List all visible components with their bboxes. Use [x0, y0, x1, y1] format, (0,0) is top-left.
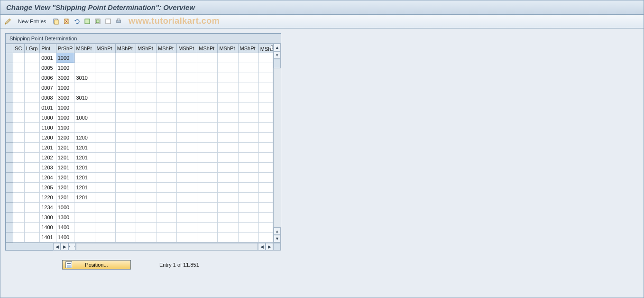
row-selector[interactable] [6, 193, 13, 203]
cell-mshpt[interactable] [95, 93, 115, 103]
cell-mshpt[interactable] [258, 123, 273, 133]
cell-sc[interactable] [13, 63, 25, 73]
cell-plnt[interactable]: 1203 [40, 163, 56, 173]
cell-mshpt[interactable] [258, 83, 273, 93]
horizontal-scrollbar[interactable]: ◀ ▶ ⋮⋮ ◀ ▶ [6, 242, 281, 250]
cell-mshpt[interactable] [218, 183, 238, 193]
cell-mshpt[interactable] [258, 53, 273, 63]
cell-mshpt[interactable] [95, 113, 115, 123]
cell-prshp[interactable]: 1200 [56, 133, 74, 143]
cell-mshpt[interactable] [197, 73, 218, 83]
cell-mshpt[interactable] [115, 143, 136, 153]
position-button[interactable]: Position... [62, 260, 131, 270]
cell-mshpt[interactable] [238, 113, 258, 123]
cell-mshpt[interactable] [136, 113, 156, 123]
cell-sc[interactable] [13, 173, 25, 183]
cell-mshpt[interactable] [156, 183, 177, 193]
cell-mshpt[interactable] [177, 73, 197, 83]
cell-sc[interactable] [13, 123, 25, 133]
cell-mshpt[interactable] [95, 123, 115, 133]
cell-mshpt[interactable] [115, 123, 136, 133]
cell-mshpt[interactable]: 3010 [74, 73, 95, 83]
col-mshpt[interactable]: MShPt [177, 44, 197, 53]
cell-plnt[interactable]: 1200 [40, 133, 56, 143]
cell-mshpt[interactable] [74, 213, 95, 223]
cell-mshpt[interactable] [197, 213, 218, 223]
cell-mshpt[interactable] [197, 63, 218, 73]
cell-mshpt[interactable] [218, 63, 238, 73]
change-display-icon[interactable] [4, 18, 12, 25]
cell-mshpt[interactable] [258, 223, 273, 233]
cell-mshpt[interactable] [238, 173, 258, 183]
cell-mshpt[interactable] [218, 73, 238, 83]
cell-mshpt[interactable] [136, 53, 156, 63]
cell-plnt[interactable]: 1202 [40, 153, 56, 163]
col-mshpt[interactable]: MShPt [74, 44, 95, 53]
cell-sc[interactable] [13, 73, 25, 83]
cell-lgrp[interactable] [24, 123, 39, 133]
cell-mshpt[interactable] [238, 123, 258, 133]
cell-mshpt[interactable] [177, 203, 197, 213]
cell-mshpt[interactable] [156, 123, 177, 133]
cell-mshpt[interactable] [74, 53, 95, 63]
cell-mshpt[interactable] [156, 53, 177, 63]
cell-lgrp[interactable] [24, 153, 39, 163]
cell-mshpt[interactable] [136, 143, 156, 153]
cell-mshpt[interactable] [177, 193, 197, 203]
cell-mshpt[interactable] [197, 133, 218, 143]
cell-plnt[interactable]: 0006 [40, 73, 56, 83]
cell-mshpt[interactable] [95, 233, 115, 242]
cell-prshp[interactable]: 3000 [56, 73, 74, 83]
cell-mshpt[interactable] [258, 213, 273, 223]
cell-mshpt[interactable] [74, 123, 95, 133]
col-mshpt[interactable]: MShPt [136, 44, 156, 53]
cell-mshpt[interactable] [95, 193, 115, 203]
cell-mshpt[interactable] [177, 123, 197, 133]
cell-mshpt[interactable] [156, 113, 177, 123]
row-selector[interactable] [6, 103, 13, 113]
cell-mshpt[interactable] [177, 183, 197, 193]
cell-mshpt[interactable] [177, 153, 197, 163]
cell-sc[interactable] [13, 53, 25, 63]
cell-mshpt[interactable] [197, 123, 218, 133]
cell-mshpt[interactable] [238, 53, 258, 63]
cell-mshpt[interactable] [177, 113, 197, 123]
cell-prshp[interactable]: 1400 [56, 233, 74, 242]
cell-mshpt[interactable] [136, 83, 156, 93]
cell-prshp[interactable]: 1201 [56, 173, 74, 183]
cell-mshpt[interactable] [156, 173, 177, 183]
cell-sc[interactable] [13, 183, 25, 193]
cell-sc[interactable] [13, 233, 25, 242]
cell-mshpt[interactable] [74, 203, 95, 213]
cell-prshp[interactable]: 1300 [56, 213, 74, 223]
cell-mshpt[interactable] [156, 193, 177, 203]
cell-mshpt[interactable] [238, 203, 258, 213]
cell-prshp[interactable]: 1201 [56, 163, 74, 173]
cell-lgrp[interactable] [24, 183, 39, 193]
cell-mshpt[interactable] [136, 133, 156, 143]
cell-plnt[interactable]: 0008 [40, 93, 56, 103]
cell-prshp[interactable]: 1000 [56, 83, 74, 93]
scroll-right2-icon[interactable]: ▶ [266, 243, 273, 251]
cell-mshpt[interactable] [218, 93, 238, 103]
cell-mshpt[interactable] [115, 113, 136, 123]
cell-mshpt[interactable] [177, 93, 197, 103]
cell-mshpt[interactable] [95, 63, 115, 73]
cell-mshpt[interactable]: 1201 [74, 143, 95, 153]
row-selector[interactable] [6, 133, 13, 143]
cell-sc[interactable] [13, 93, 25, 103]
cell-mshpt[interactable] [238, 143, 258, 153]
cell-mshpt[interactable] [115, 213, 136, 223]
cell-mshpt[interactable] [238, 103, 258, 113]
scroll-track[interactable] [274, 59, 281, 227]
cell-mshpt[interactable] [156, 133, 177, 143]
cell-mshpt[interactable] [197, 163, 218, 173]
cell-sc[interactable] [13, 213, 25, 223]
cell-mshpt[interactable] [238, 63, 258, 73]
cell-mshpt[interactable] [95, 223, 115, 233]
row-selector[interactable] [6, 163, 13, 173]
cell-mshpt[interactable] [218, 113, 238, 123]
cell-mshpt[interactable] [218, 163, 238, 173]
cell-sc[interactable] [13, 113, 25, 123]
cell-mshpt[interactable] [156, 73, 177, 83]
